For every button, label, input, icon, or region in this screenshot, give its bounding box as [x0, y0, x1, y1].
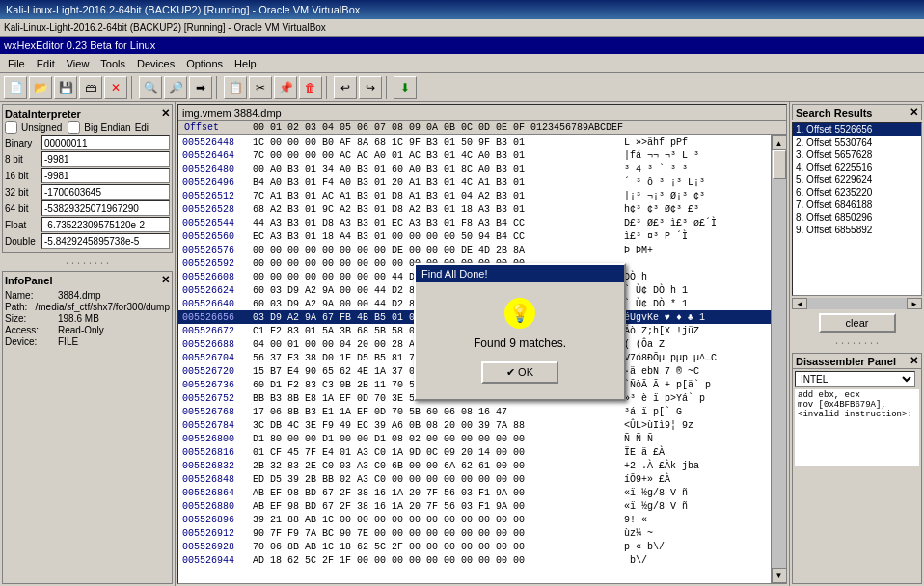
find-dialog-body: 💡 Found 9 matches. ✔ OK [416, 282, 624, 399]
find-dialog-icon: 💡 [504, 298, 535, 329]
find-dialog-title: Find All Done! [421, 268, 487, 280]
dialog-overlay: Find All Done! 💡 Found 9 matches. ✔ OK [0, 0, 924, 586]
find-dialog: Find All Done! 💡 Found 9 matches. ✔ OK [414, 263, 626, 401]
ok-button[interactable]: ✔ OK [481, 361, 558, 384]
find-dialog-message: Found 9 matches. [431, 336, 609, 350]
find-dialog-titlebar: Find All Done! [416, 265, 624, 282]
